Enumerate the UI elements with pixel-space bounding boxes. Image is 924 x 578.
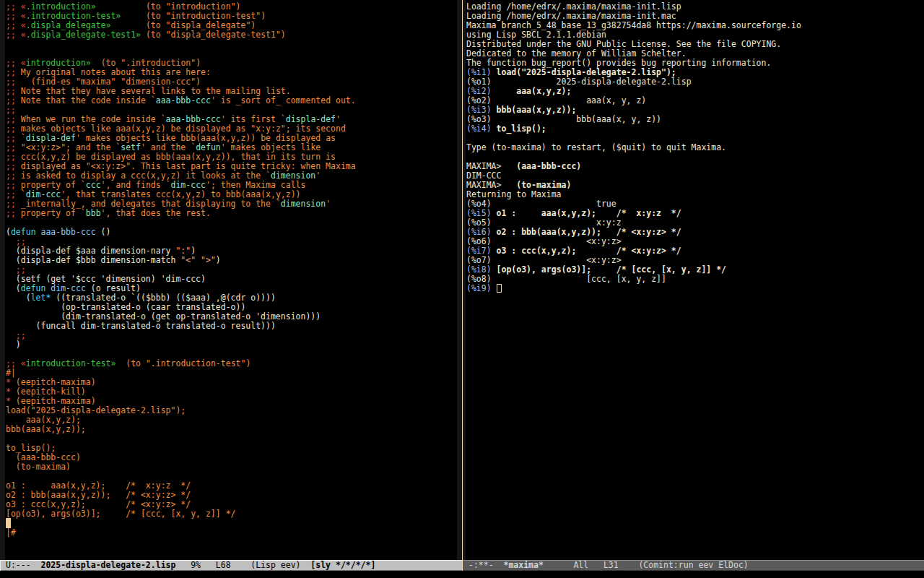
text-segment: (to-maxima) xyxy=(506,180,571,190)
text-segment: (%i2) xyxy=(466,86,497,96)
buffer-line: [op(o3), args(o3)]; /* [ccc, [x, y, z]] … xyxy=(6,509,457,519)
text-segment: (op-translated-o (caar translated-o)) xyxy=(6,302,245,312)
text-segment: load("2025-displa-delegate-2.lisp"); xyxy=(6,405,186,415)
text-segment: introduction xyxy=(26,58,86,68)
text-segment: * xyxy=(6,396,11,406)
text-segment: () xyxy=(96,227,111,237)
text-segment: dimension xyxy=(271,171,315,181)
text-segment: .displa_delegate xyxy=(26,20,106,30)
buffer-line: (%o8) [ccc, [x, y, z]] xyxy=(466,275,924,284)
text-segment: The function bug_report() provides bug r… xyxy=(466,58,771,68)
mode-line-segment: All L31 (Comint:run eev ElDoc) xyxy=(544,560,749,570)
text-segment: bbb xyxy=(86,208,101,218)
text-cursor-active xyxy=(6,518,11,528)
text-segment: ;; xyxy=(6,30,16,40)
text-segment: MAXIMA> xyxy=(466,180,506,190)
text-segment: ( xyxy=(6,227,11,237)
text-segment: Returning to Maxima xyxy=(466,189,562,199)
text-segment: (%o2) aaa(x, y, z) xyxy=(466,95,646,105)
mode-line-segment: *maxima* xyxy=(503,560,543,570)
text-segment: (setf (get '$ccc 'dimension) 'dim-ccc) xyxy=(6,274,206,284)
text-segment: aaa-bbb-ccc xyxy=(166,114,221,124)
text-segment: (dim-translated-o (get op-translated-o '… xyxy=(6,311,321,322)
buffer-line: (funcall dim-translated-o translated-o r… xyxy=(6,322,457,331)
text-segment: ;; xyxy=(16,264,26,275)
text-segment: (find-es "maxima" "dimension-ccc") xyxy=(16,77,201,87)
mode-line-segment: [sly */*/*/*] xyxy=(310,560,375,570)
text-segment xyxy=(16,20,21,30)
text-segment xyxy=(96,1,146,12)
text-segment: using Lisp SBCL 2.1.1.debian xyxy=(466,30,606,40)
text-segment: « xyxy=(21,58,26,68)
echo-area[interactable] xyxy=(0,571,924,578)
lisp-buffer-body: ;; «.introduction» (to "introduction");;… xyxy=(0,0,462,560)
text-segment: .displa_delegate-test1 xyxy=(26,30,136,40)
text-segment: My original notes about this are here: xyxy=(16,67,211,77)
text-segment: ' xyxy=(326,199,331,209)
text-segment: ' its first ` xyxy=(221,114,286,124)
text-segment xyxy=(36,227,41,237)
text-segment: ;; xyxy=(6,208,16,218)
text-segment: ', that translates ccc(x,y,z) to bbb(aaa… xyxy=(61,189,300,199)
text-segment: ;; xyxy=(6,180,16,190)
text-segment: ;; xyxy=(6,1,16,12)
text-segment: displa-def xyxy=(26,133,76,143)
text-segment: MAXIMA> xyxy=(466,161,506,171)
text-segment: Dedicated to the memory of William Schel… xyxy=(466,48,687,59)
maxima-buffer-body: Loading /home/edrx/.maxima/maxima-init.l… xyxy=(463,0,924,560)
mode-line-segment: 2025-displa-delegate-2.lisp xyxy=(40,560,175,570)
text-segment: (%i6) xyxy=(466,227,497,237)
text-segment: « xyxy=(21,20,26,30)
maxima-buffer-text[interactable]: Loading /home/edrx/.maxima/maxima-init.l… xyxy=(466,0,924,560)
text-segment: #| xyxy=(6,368,16,378)
text-segment: (eepitch-maxima) xyxy=(11,396,96,406)
lisp-buffer-text[interactable]: ;; «.introduction» (to "introduction");;… xyxy=(5,0,457,560)
text-segment: ' makes objects like xyxy=(221,142,321,152)
text-segment: ' makes objects like bbb(aaa(x,y,z)) be … xyxy=(76,133,336,143)
text-segment: ;; xyxy=(6,142,16,152)
text-segment: (to ".introduction") xyxy=(101,58,201,68)
text-segment: Loading /home/edrx/.maxima/maxima-init.l… xyxy=(466,1,681,12)
text-segment: ( xyxy=(6,283,21,293)
text-segment: Type (to-maxima) to restart, ($quit) to … xyxy=(466,142,726,152)
text-segment: Loading /home/edrx/.maxima/maxima-init.m… xyxy=(466,11,676,21)
text-segment: * xyxy=(6,387,11,397)
text-segment: displa-def xyxy=(286,114,336,124)
text-segment: ;; xyxy=(16,236,26,246)
buffer-line: (%i9) xyxy=(466,284,924,293)
buffer-line: bbb(aaa(x,y,z)); xyxy=(6,425,457,434)
text-segment: (%i3) xyxy=(466,105,497,115)
text-segment: defun xyxy=(196,142,221,152)
text-segment: defun xyxy=(21,283,46,293)
text-segment: ;; xyxy=(6,77,16,87)
text-segment: ;; xyxy=(6,114,16,124)
text-segment: Maxima branch_5_48_base_13_g382754da8 ht… xyxy=(466,20,801,30)
text-segment: |# xyxy=(6,527,16,538)
text-segment: makes objects like aaa(x,y,z) be display… xyxy=(16,124,346,134)
text-segment: aaa(x,y,z); xyxy=(6,415,81,425)
buffer-line: ;; property of `bbb', that does the rest… xyxy=(6,209,457,218)
text-segment: dim-ccc xyxy=(26,189,61,199)
text-segment: (%o4) true xyxy=(466,199,616,209)
text-segment xyxy=(116,358,126,368)
text-segment: (to ".introduction-test") xyxy=(126,358,250,368)
text-segment: (%o3) bbb(aaa(x, y, z)) xyxy=(466,114,661,124)
text-segment: (displa-def $bbb dimension-match xyxy=(6,255,180,265)
text-segment: DIM-CCC xyxy=(466,171,501,181)
text-segment: (aaa-bbb-ccc) xyxy=(6,452,81,462)
window-lisp-buffer: ;; «.introduction» (to "introduction");;… xyxy=(0,0,462,571)
text-segment: [op(o3), args(o3)]; /* [ccc, [x, y, z]] … xyxy=(6,509,236,519)
windows-row: ;; «.introduction» (to "introduction");;… xyxy=(0,0,924,571)
text-segment: « xyxy=(21,11,26,21)
text-segment: (to "introduction") xyxy=(146,1,241,12)
text-segment: ccc xyxy=(86,180,101,190)
text-segment: load("2025-displa-delegate-2.lisp"); xyxy=(497,67,676,77)
mode-line-right[interactable]: -:**- *maxima* All L31 (Comint:run eev E… xyxy=(463,560,924,571)
buffer-line: (defun aaa-bbb-ccc () xyxy=(6,228,457,237)
text-segment: ":" xyxy=(175,246,191,256)
text-segment xyxy=(91,58,101,68)
mode-line-left[interactable]: U:--- 2025-displa-delegate-2.lisp 9% L68… xyxy=(0,560,462,571)
text-segment: » xyxy=(91,1,96,12)
text-segment: dim-ccc xyxy=(51,283,85,293)
text-segment: « xyxy=(21,30,26,40)
